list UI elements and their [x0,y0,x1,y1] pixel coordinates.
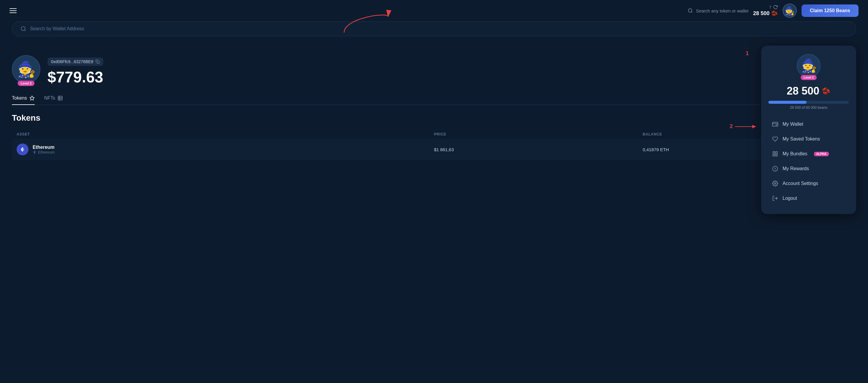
svg-rect-17 [773,152,775,154]
tab-tokens-label: Tokens [12,95,27,101]
header-beans-value: 28 500 [753,10,770,17]
section-title: Tokens [12,113,856,123]
header-search[interactable]: Search any token or wallet [688,8,748,13]
token-sub-label: Ethereum [38,150,55,154]
progress-bar-fill [768,101,807,104]
menu-label-account-settings: Account Settings [782,181,818,186]
wallet-search-bar[interactable]: Search by Wallet Address [12,21,856,36]
svg-marker-11 [35,150,36,152]
header: Search any token or wallet 7 28 500 🫘 🧙 … [0,0,868,21]
svg-rect-4 [58,96,62,100]
wallet-search-icon [21,26,26,32]
menu-item-logout[interactable]: Logout [768,191,849,206]
grid-icon [772,151,778,157]
menu-item-wallet[interactable]: My Wallet [768,117,849,132]
tab-nfts-label: NFTs [44,95,55,101]
svg-rect-15 [773,122,778,126]
menu-item-account-settings[interactable]: Account Settings [768,176,849,191]
avatar-emoji: 🧙 [784,6,795,16]
profile-section: 🧙 Level 2 0xd06Ffc9...63276BE8 $779.63 [12,55,856,86]
alpha-badge: ALPHA [814,152,829,156]
dropdown-level-badge: Level 2 [801,75,817,80]
annotation-1: 1 [746,51,749,57]
profile-avatar: 🧙 Level 2 [12,55,40,84]
svg-marker-8 [21,150,23,152]
search-placeholder: Search any token or wallet [696,8,748,13]
wallet-address-text: 0xd06Ffc9...63276BE8 [51,59,93,64]
col-price: PRICE [434,132,643,136]
claim-beans-button[interactable]: Claim 1250 Beans [802,4,859,17]
token-sub: Ethereum [33,150,55,154]
avatar-circle: 🧙 [12,55,40,84]
profile-avatar-emoji: 🧙 [17,61,36,78]
token-details: Ethereum Ethereum [33,145,55,154]
menu-item-bundles[interactable]: My Bundles ALPHA [768,147,849,161]
eth-sub-icon [33,150,37,154]
wallet-icon [772,121,778,127]
dropdown-avatar-circle: 🧙 [797,54,820,78]
tab-tokens[interactable]: Tokens [12,95,35,105]
svg-marker-12 [33,150,35,152]
tag-icon [772,165,778,172]
svg-rect-20 [776,154,777,156]
progress-label: 28 500 of 60 000 beans [790,105,827,110]
svg-point-1 [21,27,25,31]
tab-nfts[interactable]: NFTs [44,95,63,105]
svg-rect-18 [776,152,777,154]
menu-label-saved-tokens: My Saved Tokens [782,136,820,142]
progress-bar-wrap [768,101,849,104]
user-avatar-button[interactable]: 🧙 [782,4,797,18]
svg-marker-13 [35,152,36,154]
logout-icon [772,195,778,201]
svg-marker-14 [33,152,35,154]
menu-label-rewards: My Rewards [782,166,809,171]
token-asset: Ethereum Ethereum [17,143,434,155]
menu-item-saved-tokens[interactable]: My Saved Tokens [768,132,849,147]
dropdown-beans-value: 28 500 [787,85,819,97]
svg-point-0 [688,9,692,12]
svg-rect-19 [773,154,775,156]
dropdown-menu: My Wallet My Saved Tokens [768,117,849,206]
wallet-address[interactable]: 0xd06Ffc9...63276BE8 [48,58,103,66]
gear-icon [772,180,778,187]
profile-info: 0xd06Ffc9...63276BE8 $779.63 [48,58,103,86]
dropdown-beans: 28 500 🫘 [787,85,831,97]
content-area: 🧙 Level 2 0xd06Ffc9...63276BE8 $779.63 T… [12,55,856,162]
level-badge: Level 2 [18,81,34,86]
hamburger-menu[interactable] [9,8,17,13]
notification-count: 7 [769,5,771,9]
dropdown-avatar-emoji: 🧙 [801,58,817,73]
tokens-icon [29,95,35,101]
ethereum-logo [20,147,26,152]
wallet-search-placeholder: Search by Wallet Address [30,26,84,31]
bean-icon-dropdown: 🫘 [822,87,831,95]
col-asset: ASSET [17,132,434,136]
nfts-icon [58,95,63,101]
copy-icon [95,60,100,64]
token-price: $1 861,63 [434,147,643,152]
svg-marker-3 [30,96,34,100]
main-content: 🧙 Level 2 0xd06Ffc9...63276BE8 $779.63 T… [0,46,868,172]
bean-icon-header: 🫘 [771,10,778,17]
table-header: ASSET PRICE BALANCE [12,130,856,139]
heart-icon [772,136,778,142]
header-left [9,8,17,13]
beans-display: 7 28 500 🫘 [753,5,778,17]
refresh-icon [773,5,778,9]
dropdown-panel: 1 🧙 Level 2 28 500 🫘 28 500 of 60 000 be… [761,46,856,214]
portfolio-value: $779.63 [48,68,103,86]
svg-point-22 [775,183,776,184]
menu-label-bundles: My Bundles [782,151,807,157]
eth-icon [17,143,29,155]
table-row[interactable]: Ethereum Ethereum $1 861,63 0,41879 ETH [12,139,856,160]
token-name: Ethereum [33,145,55,150]
menu-label-wallet: My Wallet [782,122,803,127]
svg-rect-2 [97,61,100,63]
svg-marker-7 [23,150,24,152]
menu-label-logout: Logout [782,196,797,201]
header-right: Search any token or wallet 7 28 500 🫘 🧙 … [688,4,859,18]
menu-item-rewards[interactable]: My Rewards [768,161,849,176]
tabs: Tokens NFTs [12,95,856,105]
svg-rect-16 [776,125,777,125]
dropdown-avatar: 🧙 Level 2 [797,54,820,78]
